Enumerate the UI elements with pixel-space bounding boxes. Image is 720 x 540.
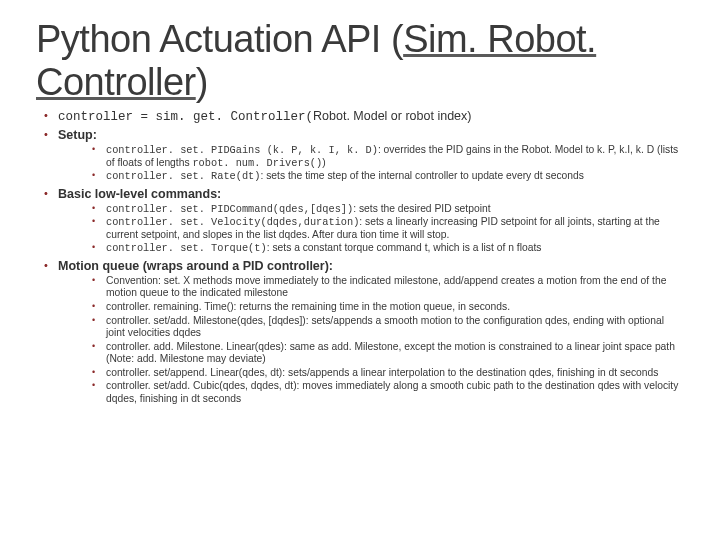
heading-setup: Setup:: [58, 128, 97, 142]
title-pre: Python Actuation API (: [36, 18, 403, 60]
item-setup: Setup: controller. set. PIDGains (k. P, …: [44, 128, 684, 183]
code-getcontroller: controller = sim. get. Controller(: [58, 110, 313, 124]
basic-setvelocity: controller. set. Velocity(dqdes,duration…: [92, 216, 684, 241]
text-setrate: : sets the time step of the internal con…: [260, 170, 583, 181]
basic-pidcommand: controller. set. PIDCommand(qdes,[dqes])…: [92, 203, 684, 216]
motion-setappendlinear: controller. set/append. Linear(qdes, dt)…: [92, 367, 684, 380]
code-numdrivers: robot. num. Drivers(): [192, 157, 322, 169]
setup-setrate: controller. set. Rate(dt): sets the time…: [92, 170, 684, 183]
code-pidcommand: controller. set. PIDCommand(qdes,[dqes]): [106, 203, 353, 215]
motion-setaddcubic: controller. set/add. Cubic(qdes, dqdes, …: [92, 380, 684, 405]
code-setvelocity: controller. set. Velocity(dqdes,duration…: [106, 216, 359, 228]
text-pidgains-tail: ): [322, 157, 325, 168]
text-pidcommand: : sets the desired PID setpoint: [353, 203, 490, 214]
motion-setaddmilestone: controller. set/add. Milestone(qdes, [dq…: [92, 315, 684, 340]
text-getcontroller-tail: Robot. Model or robot index): [313, 109, 471, 123]
setup-pidgains: controller. set. PIDGains (k. P, k. I, k…: [92, 144, 684, 169]
motion-remainingtime: controller. remaining. Time(): returns t…: [92, 301, 684, 314]
item-motion-queue: Motion queue (wraps around a PID control…: [44, 259, 684, 405]
main-list: controller = sim. get. Controller(Robot.…: [36, 109, 684, 405]
motion-addmilestonelinear: controller. add. Milestone. Linear(qdes)…: [92, 341, 684, 366]
code-setpidgains: controller. set. PIDGains (k. P, k. I, k…: [106, 144, 378, 156]
item-basic-commands: Basic low-level commands: controller. se…: [44, 187, 684, 255]
item-controller-get: controller = sim. get. Controller(Robot.…: [44, 109, 684, 124]
basic-sublist: controller. set. PIDCommand(qdes,[dqes])…: [58, 203, 684, 255]
heading-motion: Motion queue (wraps around a PID control…: [58, 259, 333, 273]
text-settorque: : sets a constant torque command t, whic…: [267, 242, 542, 253]
code-setrate: controller. set. Rate(dt): [106, 170, 260, 182]
title-post: ): [196, 61, 208, 103]
setup-sublist: controller. set. PIDGains (k. P, k. I, k…: [58, 144, 684, 183]
code-settorque: controller. set. Torque(t): [106, 242, 267, 254]
motion-convention: Convention: set. X methods move immediat…: [92, 275, 684, 300]
heading-basic: Basic low-level commands:: [58, 187, 221, 201]
basic-settorque: controller. set. Torque(t): sets a const…: [92, 242, 684, 255]
motion-sublist: Convention: set. X methods move immediat…: [58, 275, 684, 405]
page-title: Python Actuation API (Sim. Robot. Contro…: [36, 18, 684, 103]
